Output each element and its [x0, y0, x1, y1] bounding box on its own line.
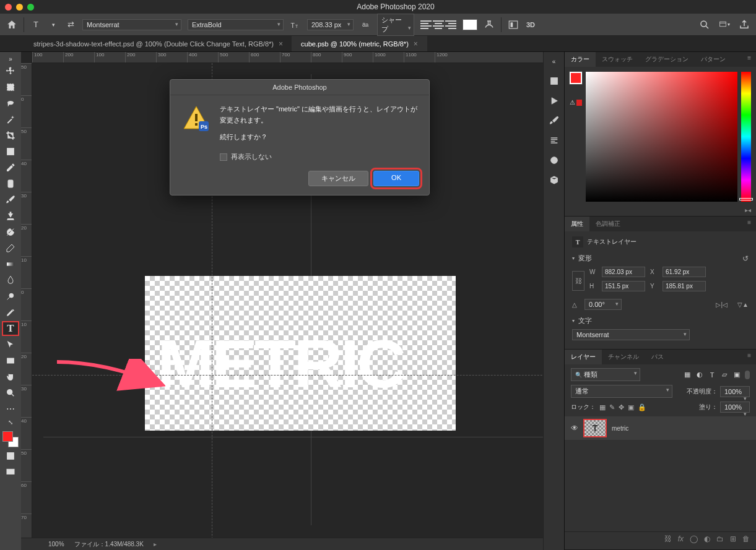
layer-style-icon[interactable]: fx — [678, 535, 684, 543]
link-wh-icon[interactable]: ⛓ — [572, 271, 584, 291]
filter-adjustment-icon[interactable]: ◐ — [695, 371, 704, 379]
foreground-color[interactable] — [2, 431, 13, 442]
layer-name[interactable]: metric — [612, 425, 628, 432]
gradient-tool[interactable] — [2, 257, 19, 272]
width-input[interactable] — [602, 267, 645, 277]
3d-button[interactable]: 3D — [525, 19, 536, 30]
tab-swatches[interactable]: スウォッチ — [596, 52, 639, 67]
eraser-tool[interactable] — [2, 241, 19, 256]
tab-layers[interactable]: レイヤー — [565, 350, 602, 364]
dont-show-checkbox[interactable] — [220, 153, 227, 161]
toolbar-expand-icon[interactable]: » — [9, 56, 12, 62]
foreground-background-colors[interactable] — [2, 431, 19, 447]
actions-panel-icon[interactable] — [547, 94, 561, 108]
clone-stamp-tool[interactable] — [2, 208, 19, 223]
antialias-dropdown[interactable]: シャープ — [377, 14, 414, 36]
align-left-button[interactable] — [420, 20, 432, 30]
flip-horizontal-icon[interactable]: ▷|◁ — [716, 301, 728, 308]
workspace-dropdown-icon[interactable]: ▾ — [719, 19, 730, 30]
cancel-button[interactable]: キャンセル — [308, 171, 368, 186]
edit-toolbar-icon[interactable]: ⋯ — [2, 402, 19, 416]
window-zoom-button[interactable] — [27, 4, 34, 11]
window-minimize-button[interactable] — [16, 4, 23, 11]
fill-input[interactable]: 100% — [720, 402, 750, 413]
font-family-dropdown[interactable]: Montserrat — [82, 19, 181, 30]
screen-mode-icon[interactable] — [2, 465, 19, 479]
tab-color[interactable]: カラー — [565, 52, 596, 67]
text-color-swatch[interactable] — [463, 19, 477, 30]
magic-wand-tool[interactable] — [2, 112, 19, 127]
filter-type-icon[interactable]: T — [708, 371, 716, 379]
panel-menu-icon[interactable]: ≡ — [742, 350, 756, 364]
transform-section-label[interactable]: 変形 — [578, 254, 592, 263]
y-input[interactable] — [663, 281, 706, 291]
marquee-tool[interactable] — [2, 80, 19, 95]
zoom-level[interactable]: 100% — [48, 541, 64, 548]
zoom-tool[interactable] — [2, 385, 19, 400]
align-center-button[interactable] — [433, 20, 444, 30]
window-close-button[interactable] — [5, 4, 12, 11]
tab-paths[interactable]: パス — [645, 350, 670, 364]
path-selection-tool[interactable] — [2, 337, 19, 352]
layer-filter-dropdown[interactable]: 🔍 種類 — [571, 368, 640, 381]
filter-toggle[interactable] — [745, 371, 750, 379]
foreground-mini-swatch[interactable] — [570, 72, 582, 84]
expand-dock-icon[interactable]: « — [547, 54, 561, 68]
healing-brush-tool[interactable] — [2, 176, 19, 191]
new-group-icon[interactable]: 🗀 — [716, 535, 724, 543]
layer-visibility-icon[interactable]: 👁 — [571, 424, 578, 432]
crop-tool[interactable] — [2, 128, 19, 143]
lock-all-icon[interactable]: 🔒 — [638, 403, 646, 411]
gamut-warning-icon[interactable]: ⚠ — [570, 99, 582, 106]
swatches-panel-icon[interactable] — [547, 153, 561, 167]
align-right-button[interactable] — [445, 20, 456, 30]
tab-gradients[interactable]: グラデーション — [639, 52, 695, 67]
rectangle-tool[interactable] — [2, 353, 19, 368]
share-icon[interactable] — [739, 19, 750, 30]
warp-text-icon[interactable] — [484, 19, 495, 30]
eyedropper-tool[interactable] — [2, 160, 19, 175]
document-tab-2[interactable]: cube.psb @ 100% (metric, RGB/8*) × — [292, 36, 427, 51]
lock-artboard-icon[interactable]: ▣ — [628, 403, 634, 411]
character-panel-icon[interactable] — [508, 19, 519, 30]
file-info[interactable]: ファイル：1.43M/488.3K — [74, 540, 144, 549]
ok-button[interactable]: OK — [373, 171, 419, 186]
layer-item[interactable]: 👁 T metric — [565, 416, 756, 440]
props-font-dropdown[interactable]: Montserrat — [572, 329, 690, 340]
new-layer-icon[interactable]: ⊞ — [730, 535, 736, 543]
blur-tool[interactable] — [2, 273, 19, 288]
flip-vertical-icon[interactable]: ▽▲ — [737, 301, 749, 308]
brush-tool[interactable] — [2, 192, 19, 207]
angle-input[interactable]: 0.00° — [584, 299, 622, 310]
link-layers-icon[interactable]: ⛓ — [664, 535, 672, 543]
filter-shape-icon[interactable]: ▱ — [720, 371, 729, 379]
delete-layer-icon[interactable]: 🗑 — [742, 535, 750, 543]
font-weight-dropdown[interactable]: ExtraBold — [188, 19, 284, 30]
search-icon[interactable] — [699, 19, 710, 30]
3d-panel-icon[interactable] — [547, 173, 561, 187]
filter-smart-icon[interactable]: ▣ — [732, 371, 741, 379]
lasso-tool[interactable] — [2, 96, 19, 111]
close-tab-icon[interactable]: × — [279, 40, 283, 48]
height-input[interactable] — [602, 281, 645, 291]
tool-preset-dropdown[interactable]: ▾ — [48, 19, 59, 30]
dodge-tool[interactable] — [2, 289, 19, 304]
blend-mode-dropdown[interactable]: 通常 — [571, 385, 672, 398]
adjustment-layer-icon[interactable]: ◐ — [704, 535, 710, 543]
brushes-panel-icon[interactable] — [547, 114, 561, 127]
tab-properties[interactable]: 属性 — [565, 217, 589, 231]
document-tab-1[interactable]: stripes-3d-shadow-text-effect.psd @ 100%… — [25, 36, 292, 51]
lock-image-icon[interactable]: ✎ — [609, 403, 615, 411]
font-size-dropdown[interactable]: 208.33 px — [307, 19, 354, 30]
layer-mask-icon[interactable]: ◯ — [690, 535, 698, 543]
canvas-text-layer[interactable]: METRIC — [157, 324, 404, 403]
panel-menu-icon[interactable]: ≡ — [742, 52, 756, 67]
character-section-label[interactable]: 文字 — [578, 316, 592, 325]
panel-menu-icon[interactable]: ≡ — [742, 217, 756, 231]
tab-patterns[interactable]: パターン — [695, 52, 732, 67]
reset-icon[interactable]: ↺ — [742, 254, 749, 263]
layer-thumbnail[interactable]: T — [583, 419, 607, 437]
pen-tool[interactable] — [2, 305, 19, 320]
hand-tool[interactable] — [2, 369, 19, 384]
filter-pixel-icon[interactable]: ▦ — [683, 371, 692, 379]
